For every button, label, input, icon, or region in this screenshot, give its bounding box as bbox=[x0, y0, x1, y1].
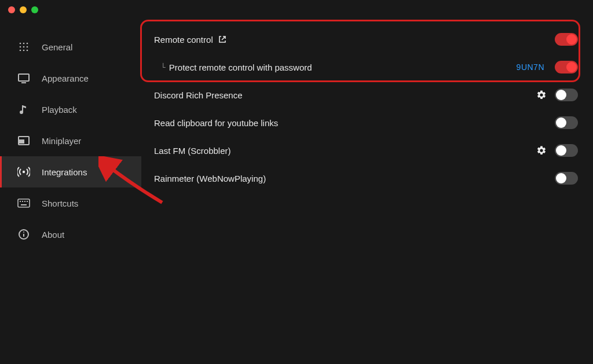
close-window-button[interactable] bbox=[8, 6, 15, 13]
svg-rect-15 bbox=[18, 199, 30, 207]
broadcast-icon bbox=[17, 166, 30, 178]
setting-row-lastfm: Last FM (Scrobbler) bbox=[147, 137, 580, 164]
setting-label: Remote control bbox=[154, 35, 213, 45]
sidebar-item-general[interactable]: General bbox=[0, 31, 141, 62]
sidebar-item-label: Integrations bbox=[42, 167, 87, 177]
sidebar-item-shortcuts[interactable]: Shortcuts bbox=[0, 187, 141, 219]
svg-point-6 bbox=[20, 50, 21, 52]
discord-settings-button[interactable] bbox=[535, 89, 548, 101]
svg-point-4 bbox=[23, 46, 25, 48]
svg-point-5 bbox=[27, 46, 28, 48]
setting-label: Last FM (Scrobbler) bbox=[154, 146, 231, 156]
maximize-window-button[interactable] bbox=[31, 6, 38, 13]
protect-password-toggle[interactable] bbox=[555, 61, 578, 73]
svg-rect-19 bbox=[27, 201, 28, 202]
svg-point-14 bbox=[23, 171, 25, 173]
monitor-icon bbox=[17, 72, 30, 84]
settings-panel-integrations: Remote control └ Protect remote control … bbox=[141, 20, 593, 364]
sidebar-item-miniplayer[interactable]: Miniplayer bbox=[0, 125, 141, 156]
lastfm-toggle[interactable] bbox=[555, 144, 578, 157]
sidebar-item-label: Appearance bbox=[42, 73, 89, 83]
settings-sidebar: General Appearance Playback bbox=[0, 20, 141, 364]
setting-label: Rainmeter (WebNowPlaying) bbox=[154, 174, 266, 183]
svg-point-0 bbox=[20, 43, 21, 45]
keyboard-icon bbox=[17, 197, 30, 209]
discord-toggle[interactable] bbox=[555, 89, 578, 101]
svg-point-23 bbox=[23, 231, 24, 233]
setting-label: Read clipboard for youtube links bbox=[154, 118, 278, 128]
setting-row-protect-password: └ Protect remote control with password 9… bbox=[147, 53, 580, 81]
sidebar-item-label: Miniplayer bbox=[42, 136, 81, 146]
sidebar-item-label: About bbox=[42, 230, 64, 240]
window-titlebar bbox=[0, 0, 593, 20]
pip-icon bbox=[17, 134, 30, 147]
music-note-icon bbox=[17, 103, 30, 116]
svg-point-7 bbox=[23, 50, 25, 52]
svg-rect-9 bbox=[19, 74, 29, 81]
sidebar-item-label: General bbox=[42, 42, 72, 52]
svg-point-3 bbox=[20, 46, 21, 48]
clipboard-toggle[interactable] bbox=[555, 116, 578, 129]
remote-control-toggle[interactable] bbox=[555, 33, 578, 46]
svg-point-11 bbox=[20, 111, 23, 114]
external-link-icon[interactable] bbox=[218, 35, 227, 44]
svg-point-8 bbox=[27, 50, 28, 52]
setting-label: Discord Rich Presence bbox=[154, 90, 243, 100]
minimize-window-button[interactable] bbox=[20, 6, 27, 13]
sidebar-item-integrations[interactable]: Integrations bbox=[0, 156, 141, 187]
sidebar-item-appearance[interactable]: Appearance bbox=[0, 62, 141, 94]
setting-row-discord: Discord Rich Presence bbox=[147, 81, 580, 109]
svg-point-2 bbox=[27, 43, 28, 45]
rainmeter-toggle[interactable] bbox=[555, 172, 578, 185]
setting-row-rainmeter: Rainmeter (WebNowPlaying) bbox=[147, 164, 580, 192]
lastfm-settings-button[interactable] bbox=[535, 144, 548, 157]
tree-branch-icon: └ bbox=[161, 63, 166, 72]
sidebar-item-label: Shortcuts bbox=[42, 198, 78, 208]
svg-rect-17 bbox=[22, 201, 23, 202]
sidebar-item-playback[interactable]: Playback bbox=[0, 94, 141, 125]
info-icon bbox=[17, 228, 30, 241]
svg-rect-20 bbox=[21, 204, 27, 205]
grid-icon bbox=[17, 41, 30, 53]
password-code-value[interactable]: 9UN7N bbox=[517, 62, 544, 72]
svg-point-1 bbox=[23, 43, 25, 45]
svg-rect-13 bbox=[20, 140, 24, 143]
sidebar-item-label: Playback bbox=[42, 105, 77, 115]
svg-rect-16 bbox=[20, 201, 21, 202]
svg-rect-18 bbox=[24, 201, 25, 202]
setting-row-clipboard: Read clipboard for youtube links bbox=[147, 109, 580, 137]
setting-label: Protect remote control with password bbox=[169, 62, 312, 72]
sidebar-item-about[interactable]: About bbox=[0, 219, 141, 250]
setting-row-remote-control: Remote control bbox=[147, 25, 580, 53]
